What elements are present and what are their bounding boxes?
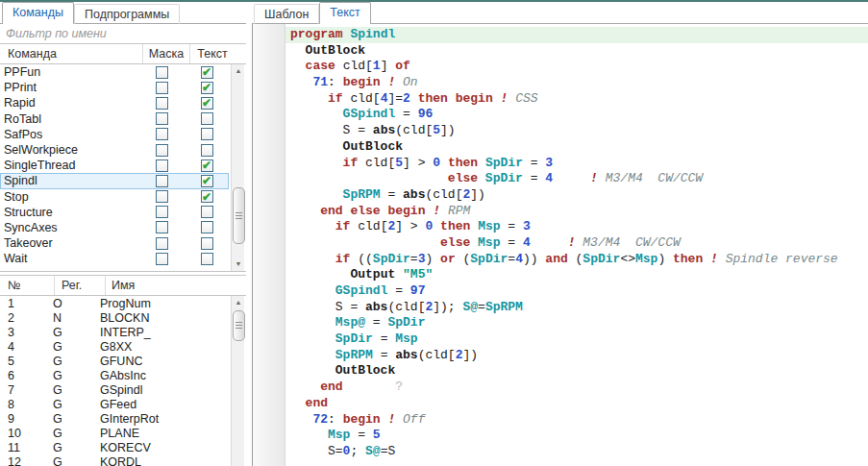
register-row[interactable]: 11GKORECV bbox=[0, 440, 229, 454]
scroll-up-arrow-icon[interactable]: ▲ bbox=[232, 296, 245, 309]
checkbox-unchecked[interactable] bbox=[156, 159, 168, 172]
filter-by-name-input[interactable] bbox=[0, 27, 246, 40]
mask-cell bbox=[138, 237, 185, 250]
command-row[interactable]: Takeover bbox=[0, 235, 229, 251]
register-row[interactable]: 8GGFeed bbox=[0, 397, 229, 411]
checkbox-unchecked[interactable] bbox=[201, 128, 213, 140]
checkbox-unchecked[interactable] bbox=[156, 253, 168, 265]
register-row[interactable]: 2NBLOCKN bbox=[0, 310, 229, 325]
scroll-up-arrow-icon[interactable]: ▲ bbox=[232, 64, 245, 78]
mask-cell bbox=[138, 190, 185, 203]
command-name: Structure bbox=[0, 206, 138, 219]
register-row[interactable]: 1OProgNum bbox=[0, 296, 229, 310]
code-line: end ? bbox=[285, 380, 868, 396]
column-header-register: Рег. bbox=[54, 276, 105, 295]
code-line: if cld[2] > 0 then Msp = 3 bbox=[285, 219, 868, 235]
checkbox-unchecked[interactable] bbox=[156, 112, 168, 125]
commands-table-body: PPFun✔PPrint✔Rapid✔RoTablSafPosSelWorkpi… bbox=[0, 64, 229, 271]
command-row[interactable]: SelWorkpiece bbox=[0, 142, 229, 158]
mask-cell bbox=[138, 97, 185, 110]
tab-commands[interactable]: Команды bbox=[2, 2, 74, 24]
code-line: else SpDir = 4 ! M3/M4 CW/CCW bbox=[285, 171, 868, 187]
mask-cell bbox=[138, 112, 185, 125]
command-row[interactable]: SafPos bbox=[0, 127, 229, 142]
registers-scrollbar[interactable]: ▲ bbox=[231, 296, 244, 466]
code-line: SpRPM = abs(cld[2]) bbox=[285, 348, 868, 364]
checkbox-unchecked[interactable] bbox=[201, 237, 213, 250]
command-row[interactable]: SingleThread✔ bbox=[0, 158, 229, 173]
scroll-down-arrow-icon[interactable]: ▼ bbox=[232, 258, 245, 271]
command-name: Rapid bbox=[0, 96, 138, 110]
command-row[interactable]: PPrint✔ bbox=[0, 80, 229, 95]
checkbox-checked[interactable]: ✔ bbox=[201, 97, 213, 110]
checkbox-checked[interactable]: ✔ bbox=[201, 175, 213, 187]
checkbox-unchecked[interactable] bbox=[156, 66, 168, 79]
command-row[interactable]: SyncAxes bbox=[0, 220, 229, 235]
checkbox-unchecked[interactable] bbox=[201, 221, 213, 233]
checkbox-unchecked[interactable] bbox=[156, 206, 168, 218]
checkbox-unchecked[interactable] bbox=[156, 221, 168, 233]
checkbox-checked[interactable]: ✔ bbox=[201, 66, 213, 79]
checkbox-unchecked[interactable] bbox=[201, 206, 213, 218]
code-area[interactable]: program Spindl OutBlock case cld[1] of 7… bbox=[285, 24, 868, 466]
code-line: S=0; S@=S bbox=[285, 444, 868, 460]
mask-cell bbox=[138, 128, 185, 140]
command-row[interactable]: PPFun✔ bbox=[0, 64, 229, 80]
commands-scrollbar[interactable]: ▲ ▼ bbox=[231, 64, 244, 271]
register-row[interactable]: 7GGSpindl bbox=[0, 382, 229, 397]
register-name: BLOCKN bbox=[89, 311, 229, 325]
mask-cell bbox=[138, 159, 185, 172]
register-number: 7 bbox=[0, 383, 46, 397]
text-cell bbox=[185, 221, 229, 233]
scrollbar-thumb[interactable] bbox=[233, 310, 245, 341]
register-number: 10 bbox=[0, 427, 46, 440]
register-name: KORECV bbox=[89, 441, 229, 454]
text-cell: ✔ bbox=[185, 175, 229, 187]
code-line: OutBlock bbox=[285, 139, 868, 156]
command-row[interactable]: Rapid✔ bbox=[0, 95, 229, 110]
checkbox-unchecked[interactable] bbox=[156, 175, 168, 187]
command-row[interactable]: Wait bbox=[0, 251, 229, 266]
command-name: PPFun bbox=[0, 65, 138, 79]
register-letter: G bbox=[46, 398, 89, 411]
register-row[interactable]: 12GKORDL bbox=[0, 454, 229, 466]
checkbox-checked[interactable]: ✔ bbox=[201, 159, 213, 172]
checkbox-checked[interactable]: ✔ bbox=[201, 82, 213, 94]
tab-template[interactable]: Шаблон bbox=[254, 4, 319, 24]
checkbox-unchecked[interactable] bbox=[201, 253, 213, 265]
checkbox-unchecked[interactable] bbox=[156, 190, 168, 203]
register-row[interactable]: 5GGFUNC bbox=[0, 354, 229, 368]
code-line: Msp@ = SpDir bbox=[285, 315, 868, 331]
command-row[interactable]: Spindl✔ bbox=[0, 173, 229, 188]
register-row[interactable]: 3GINTERP_ bbox=[0, 325, 229, 339]
checkbox-unchecked[interactable] bbox=[201, 112, 213, 125]
checkbox-checked[interactable]: ✔ bbox=[201, 190, 213, 203]
command-name: Stop bbox=[0, 190, 138, 204]
code-line: 71: begin ! On bbox=[285, 75, 868, 91]
command-row[interactable]: RoTabl bbox=[0, 111, 229, 127]
scrollbar-thumb[interactable] bbox=[233, 187, 245, 244]
checkbox-unchecked[interactable] bbox=[156, 97, 168, 110]
command-name: SingleThread bbox=[0, 159, 138, 172]
tab-text[interactable]: Текст bbox=[319, 2, 370, 24]
checkbox-unchecked[interactable] bbox=[201, 144, 213, 157]
checkbox-unchecked[interactable] bbox=[156, 144, 168, 157]
tab-subprograms[interactable]: Подпрограммы bbox=[74, 4, 180, 24]
register-row[interactable]: 6GGAbsInc bbox=[0, 368, 229, 382]
code-line: OutBlock bbox=[285, 363, 868, 380]
register-number: 5 bbox=[0, 355, 46, 368]
checkbox-unchecked[interactable] bbox=[156, 82, 168, 94]
checkbox-unchecked[interactable] bbox=[156, 128, 168, 140]
checkbox-unchecked[interactable] bbox=[156, 237, 168, 250]
register-row[interactable]: 4GG8XX bbox=[0, 339, 229, 354]
right-tabbar: Шаблон Текст bbox=[252, 2, 868, 24]
command-row[interactable]: Structure bbox=[0, 205, 229, 220]
register-row[interactable]: 9GGInterpRot bbox=[0, 411, 229, 426]
command-row[interactable]: Stop✔ bbox=[0, 189, 229, 205]
register-name: PLANE bbox=[89, 427, 229, 440]
column-header-command: Команда bbox=[0, 44, 142, 63]
register-row[interactable]: 10GPLANE bbox=[0, 426, 229, 440]
register-name: GFUNC bbox=[89, 355, 229, 368]
mask-cell bbox=[138, 206, 185, 218]
right-panel: Шаблон Текст program Spindl OutBlock cas… bbox=[252, 2, 868, 466]
